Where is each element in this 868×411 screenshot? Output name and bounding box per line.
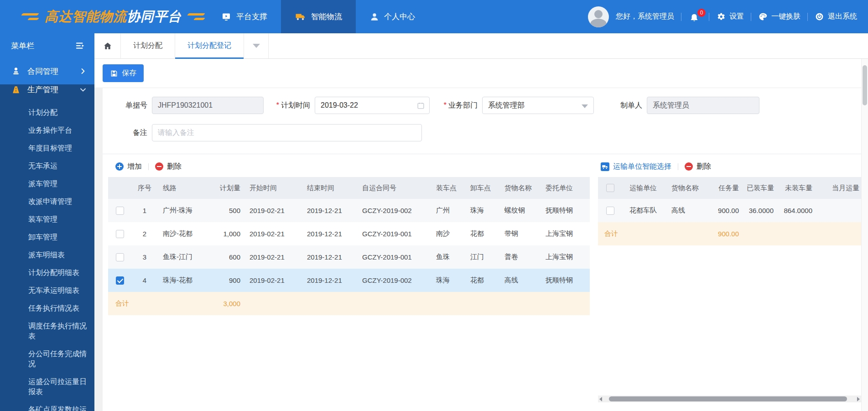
app-title-suffix: 协同平台 bbox=[127, 9, 182, 24]
sidebar-item-dispatch-detail[interactable]: 派车明细表 bbox=[0, 246, 94, 264]
tab-plan-allocation-register[interactable]: 计划分配登记 bbox=[175, 33, 244, 58]
sidebar-item-unloading-mgmt[interactable]: 卸车管理 bbox=[0, 229, 94, 246]
collapse-menu-icon[interactable] bbox=[75, 41, 85, 50]
cell-client: 上海宝钢 bbox=[540, 229, 590, 238]
maker-label: 制单人 bbox=[612, 101, 642, 110]
horizontal-scrollbar[interactable] bbox=[598, 395, 861, 402]
horizontal-scrollbar-thumb[interactable] bbox=[609, 396, 847, 401]
row-checkbox[interactable] bbox=[116, 276, 124, 285]
main-area: 计划分配 计划分配登记 保存 单据号 JHFP190321001 *计划时间 2… bbox=[94, 33, 868, 411]
notification-button[interactable]: 0 bbox=[688, 10, 702, 23]
sidebar-item-no-truck-detail[interactable]: 无车承运明细表 bbox=[0, 282, 94, 300]
divider bbox=[751, 13, 751, 21]
cell-start: 2019-02-21 bbox=[244, 253, 301, 261]
cell-contract: GCZY-2019-002 bbox=[357, 207, 431, 214]
cell-unload-point: 花都 bbox=[465, 276, 499, 285]
cell-contract: GCZY-2019-001 bbox=[357, 253, 431, 261]
field-doc-no: 单据号 JHFP190321001 bbox=[113, 97, 264, 114]
sidebar-item-branch-completion[interactable]: 分公司任务完成情况 bbox=[0, 345, 94, 373]
cell-route: 鱼珠-江门 bbox=[157, 253, 212, 261]
col-unload-point: 卸车点 bbox=[465, 184, 499, 192]
sidebar-item-plan-allocation[interactable]: 计划分配 bbox=[0, 104, 94, 122]
chevron-down-icon bbox=[253, 44, 260, 48]
divider bbox=[681, 13, 681, 21]
cell-transport-unit: 花都车队 bbox=[623, 206, 665, 215]
sidebar-group-contract[interactable]: 合同管理 bbox=[0, 58, 94, 84]
field-dept: *业务部门 系统管理部 bbox=[434, 97, 594, 114]
sidebar-item-redispatch-apply[interactable]: 改派申请管理 bbox=[0, 193, 94, 211]
cell-route: 南沙-花都 bbox=[157, 229, 212, 238]
row-checkbox[interactable] bbox=[606, 207, 614, 215]
logout-button[interactable]: 退出系统 bbox=[815, 12, 857, 21]
maker-input: 系统管理员 bbox=[647, 97, 759, 114]
nav-label: 个人中心 bbox=[384, 11, 415, 22]
sidebar-item-no-truck-carrier[interactable]: 无车承运 bbox=[0, 157, 94, 175]
avatar[interactable] bbox=[588, 6, 609, 27]
sidebar-item-annual-target[interactable]: 年度目标管理 bbox=[0, 140, 94, 157]
change-skin-button[interactable]: 一键换肤 bbox=[758, 12, 800, 21]
row-checkbox[interactable] bbox=[116, 253, 124, 261]
plan-table-row[interactable]: 2 南沙-花都 1,000 2019-02-21 2019-12-21 GCZY… bbox=[108, 222, 590, 245]
transport-table-row[interactable]: 花都车队 高线 900.00 36.0000 864.0000 bbox=[598, 199, 861, 222]
col-task-qty: 任务量 bbox=[707, 184, 741, 192]
nav-label: 平台支撑 bbox=[236, 11, 267, 22]
sidebar-item-loading-mgmt[interactable]: 装车管理 bbox=[0, 211, 94, 229]
col-loaded-qty: 已装车量 bbox=[741, 184, 776, 192]
select-all-checkbox[interactable] bbox=[606, 184, 614, 192]
cell-qty: 600 bbox=[212, 253, 244, 261]
logo-speed-lines-left bbox=[22, 13, 38, 20]
cell-load-point: 南沙 bbox=[431, 229, 465, 238]
save-button[interactable]: 保存 bbox=[103, 64, 144, 82]
cell-end: 2019-12-21 bbox=[301, 276, 357, 284]
tab-plan-allocation[interactable]: 计划分配 bbox=[121, 33, 175, 58]
app-title-brand: 高达智能物流 bbox=[45, 9, 127, 24]
plan-table-row[interactable]: 1 广州-珠海 500 2019-02-21 2019-12-21 GCZY-2… bbox=[108, 199, 590, 222]
vertical-scrollbar[interactable] bbox=[861, 59, 868, 411]
col-month-qty: 当月运量 bbox=[815, 184, 861, 192]
total-task-qty: 900.00 bbox=[707, 230, 741, 238]
nav-item-personal-center[interactable]: 个人中心 bbox=[356, 0, 429, 33]
vertical-scrollbar-thumb[interactable] bbox=[863, 65, 867, 105]
screen-play-icon bbox=[221, 11, 232, 22]
chevron-down-icon bbox=[582, 104, 588, 108]
stamp-icon bbox=[11, 66, 21, 76]
sidebar-group-production[interactable]: 生产管理 bbox=[0, 84, 94, 95]
scroll-right-arrow-icon[interactable] bbox=[857, 397, 860, 401]
truck-icon bbox=[295, 11, 307, 22]
nav-item-platform-support[interactable]: 平台支撑 bbox=[207, 0, 281, 33]
sidebar-item-dispatch-mgmt[interactable]: 派车管理 bbox=[0, 175, 94, 193]
user-greeting: 您好，系统管理员 bbox=[616, 12, 674, 21]
cell-route: 广州-珠海 bbox=[157, 206, 212, 215]
sidebar-item-task-status[interactable]: 任务执行情况表 bbox=[0, 300, 94, 317]
nav-item-smart-logistics[interactable]: 智能物流 bbox=[281, 0, 356, 33]
plan-time-input[interactable]: 2019-03-22 bbox=[315, 97, 430, 114]
scroll-left-arrow-icon[interactable] bbox=[599, 397, 602, 401]
power-icon bbox=[815, 12, 824, 21]
sidebar-item-mine-volume[interactable]: 各矿点原发数拉运量 bbox=[0, 401, 94, 411]
sidebar-item-business-platform[interactable]: 业务操作平台 bbox=[0, 122, 94, 140]
settings-button[interactable]: 设置 bbox=[716, 12, 744, 21]
dept-select[interactable]: 系统管理部 bbox=[482, 97, 594, 114]
cell-cargo: 高线 bbox=[665, 206, 707, 215]
row-checkbox[interactable] bbox=[116, 230, 124, 238]
remark-input[interactable]: 请输入备注 bbox=[152, 124, 422, 141]
home-tab[interactable] bbox=[94, 33, 121, 58]
doc-no-input: JHFP190321001 bbox=[152, 97, 264, 114]
divider bbox=[807, 13, 808, 21]
cell-end: 2019-12-21 bbox=[301, 253, 357, 261]
sidebar-expanded-section: 生产管理 计划分配 业务操作平台 年度目标管理 无车承运 派车管理 改派申请管理… bbox=[0, 84, 94, 411]
sidebar-item-sched-task-status[interactable]: 调度任务执行情况表 bbox=[0, 317, 94, 345]
plan-table-header: 序号 线路 计划量 开始时间 结束时间 自运合同号 装车点 卸车点 货物名称 委… bbox=[108, 177, 590, 199]
cell-seq: 2 bbox=[132, 230, 157, 238]
plan-table-row[interactable]: 4 珠海-花都 900 2019-02-21 2019-12-21 GCZY-2… bbox=[108, 269, 590, 292]
cell-unloaded-qty: 864.0000 bbox=[776, 207, 815, 214]
sidebar-item-yunsheng-daily[interactable]: 运盛公司拉运量日报表 bbox=[0, 373, 94, 401]
plan-table-row[interactable]: 3 鱼珠-江门 600 2019-02-21 2019-12-21 GCZY-2… bbox=[108, 245, 590, 269]
row-checkbox[interactable] bbox=[116, 207, 124, 215]
logo-speed-lines-right bbox=[188, 13, 204, 20]
cell-seq: 3 bbox=[132, 253, 157, 261]
sidebar-item-plan-alloc-detail[interactable]: 计划分配明细表 bbox=[0, 264, 94, 282]
notification-badge: 0 bbox=[697, 9, 706, 17]
cell-client: 上海宝钢 bbox=[540, 253, 590, 261]
tab-dropdown[interactable] bbox=[244, 33, 269, 58]
